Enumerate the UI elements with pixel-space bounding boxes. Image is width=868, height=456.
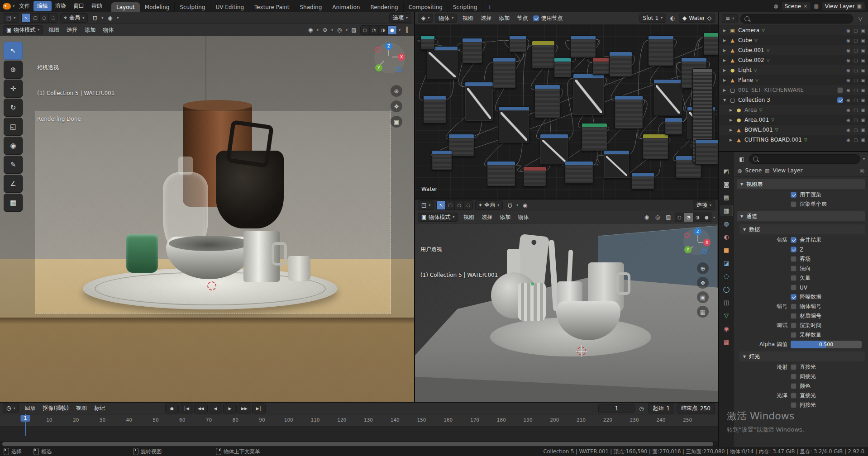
record-button[interactable]: ●	[165, 404, 179, 413]
shader-node-32[interactable]	[432, 150, 452, 170]
blender-menu-caret-icon[interactable]: ▾	[13, 4, 14, 8]
hide-eye-icon[interactable]: ◉	[846, 118, 850, 123]
pause-render-button[interactable]: ║	[402, 25, 411, 34]
hide-eye-icon[interactable]: ◉	[846, 68, 850, 73]
material-name-field[interactable]: ◆Water◇	[679, 14, 715, 23]
select-circle-button[interactable]: ○	[455, 201, 464, 209]
pass-checkbox-物体编号[interactable]	[791, 304, 796, 309]
current-frame-field[interactable]: 1	[598, 404, 634, 413]
outliner-row-001_SET_KITCHENWARE[interactable]: ▶▢001_SET_KITCHENWARE◉▢▣	[719, 85, 868, 95]
view-layer-checkbox-渲染单个层[interactable]	[791, 201, 796, 207]
shading-solid-button[interactable]: ◔	[684, 213, 693, 222]
blender-logo-icon[interactable]	[3, 3, 11, 10]
viewport-main-canvas[interactable]: 相机透视 (1) Collection 5 | WATER.001 Render…	[0, 36, 414, 402]
jump-to-end-button[interactable]: ▶│	[252, 404, 266, 413]
shader-node-14[interactable]	[554, 57, 572, 77]
disable-render-icon[interactable]: ▣	[861, 48, 865, 53]
outliner-row-Camera[interactable]: ▶▣Camera▽◉▢▣	[719, 25, 868, 35]
shader-node-25[interactable]	[643, 134, 668, 159]
camera-view-icon[interactable]: ▣	[697, 291, 709, 303]
disable-viewport-icon[interactable]: ▢	[854, 58, 858, 63]
editor-type-dropdown[interactable]: ◷▾	[3, 404, 19, 413]
shading-solid-button[interactable]: ◔	[370, 26, 379, 34]
rotate-tool[interactable]: ↻	[4, 99, 23, 117]
transform-orientation-dropdown[interactable]: ⌖全局▾	[60, 13, 88, 22]
disable-viewport-icon[interactable]: ▢	[854, 68, 858, 73]
disable-viewport-icon[interactable]: ▢	[854, 118, 858, 123]
shader-node-1[interactable]	[420, 35, 435, 50]
shader-node-15[interactable]	[570, 35, 596, 58]
properties-editor-icon[interactable]: ◧	[737, 155, 746, 164]
menu-渲染[interactable]: 渲染	[52, 1, 70, 11]
gizmo-axis-y[interactable]: Y	[684, 246, 692, 253]
node-graph-canvas[interactable]: Water	[415, 24, 718, 199]
move-tool[interactable]: ✛	[4, 80, 23, 98]
workspace-tab-Scripting[interactable]: Scripting	[448, 2, 482, 12]
menu-视图[interactable]: 视图	[459, 13, 477, 24]
menu-抠像(插帧)[interactable]: 抠像(插帧)	[39, 403, 72, 413]
menu-视图[interactable]: 视图	[45, 25, 63, 35]
outliner-display-mode-dropdown[interactable]: ≡▾	[722, 14, 738, 23]
menu-选择[interactable]: 选择	[63, 25, 81, 35]
pin-icon[interactable]: ◎	[860, 167, 864, 174]
timeline-ruler[interactable]: 1102030405060708090100110120130140150160…	[0, 414, 718, 427]
disable-viewport-icon[interactable]: ▢	[854, 48, 858, 53]
light-checkbox-间接光[interactable]	[791, 374, 796, 380]
shader-node-13[interactable]	[523, 166, 546, 186]
gizmos-caret[interactable]: ▾	[331, 28, 333, 32]
light-checkbox-间接光[interactable]	[791, 402, 796, 408]
disable-render-icon[interactable]: ▣	[861, 78, 865, 83]
shader-node-22[interactable]	[604, 150, 630, 178]
workspace-tab-UV Editing[interactable]: UV Editing	[210, 2, 249, 12]
pan-hand-icon[interactable]: ❖	[391, 100, 402, 112]
pass-checkbox-雾场[interactable]	[791, 256, 796, 262]
workspace-tab-Compositing[interactable]: Compositing	[404, 2, 448, 12]
menu-添加[interactable]: 添加	[81, 25, 99, 35]
disable-viewport-icon[interactable]: ▢	[854, 78, 858, 83]
viewport-secondary-canvas[interactable]: 用户透视 (1) Collection 5 | WATER.001 ZXY ⊕ …	[415, 223, 718, 402]
jump-to-start-button[interactable]: │◀	[180, 404, 193, 413]
menu-标记[interactable]: 标记	[91, 403, 109, 413]
menu-节点[interactable]: 节点	[513, 13, 531, 24]
mode-dropdown[interactable]: ▣物体模式▾	[418, 213, 458, 222]
shader-node-7[interactable]	[509, 35, 527, 52]
hide-eye-icon[interactable]: ◉	[846, 38, 850, 43]
camera-view-icon[interactable]: ▣	[391, 116, 402, 128]
pass-checkbox-渲染时间[interactable]	[791, 323, 796, 328]
disable-viewport-icon[interactable]: ▢	[854, 28, 858, 33]
gizmo-axis-x-neg[interactable]	[375, 47, 381, 52]
new-view-layer-icon[interactable]: ▣	[857, 3, 862, 9]
proportional-dropdown-caret[interactable]: ▾	[117, 16, 119, 20]
menu-文件[interactable]: 文件	[15, 1, 33, 11]
shading-material-button[interactable]: ◑	[693, 213, 702, 222]
disable-render-icon[interactable]: ▣	[861, 128, 865, 133]
snap-dropdown-caret[interactable]: ▾	[516, 203, 518, 207]
shader-node-5[interactable]	[448, 134, 474, 157]
disable-viewport-icon[interactable]: ▢	[854, 98, 858, 103]
hide-eye-icon[interactable]: ◉	[846, 108, 850, 113]
scrollbar-thumb[interactable]	[2, 442, 713, 446]
workspace-tab-Rendering[interactable]: Rendering	[365, 2, 403, 12]
shader-node-21[interactable]	[615, 95, 643, 129]
navigation-gizmo[interactable]: ZXY	[374, 43, 405, 73]
shading-dropdown-caret[interactable]: ▾	[713, 215, 715, 219]
transform-orientation-dropdown[interactable]: ⌖全局▾	[475, 200, 503, 209]
light-checkbox-直接光[interactable]	[791, 364, 796, 370]
menu-添加[interactable]: 添加	[496, 212, 514, 223]
shader-node-16[interactable]	[573, 74, 604, 115]
workspace-tab-Shading[interactable]: Shading	[295, 2, 328, 12]
navigation-gizmo[interactable]: ZXY	[683, 228, 711, 255]
overlays-dropdown-icon[interactable]: ◎	[653, 213, 662, 222]
view-layer-browse-icon[interactable]: ▥	[814, 3, 818, 9]
measure-tool[interactable]: ∠	[4, 175, 23, 193]
select-tweak-button[interactable]: ↖	[22, 14, 31, 22]
gizmo-axis-x[interactable]: X	[703, 239, 711, 246]
breadcrumb-view-layer[interactable]: View Layer	[773, 167, 803, 174]
menu-选择[interactable]: 选择	[477, 13, 495, 24]
menu-帮助[interactable]: 帮助	[88, 1, 106, 11]
visibility-dropdown-icon[interactable]: ◉	[642, 213, 651, 222]
disable-viewport-icon[interactable]: ▢	[854, 38, 858, 43]
disable-render-icon[interactable]: ▣	[861, 138, 865, 142]
select-box-button[interactable]: ▢	[446, 201, 455, 209]
workspace-tab-Modeling[interactable]: Modeling	[140, 2, 175, 12]
